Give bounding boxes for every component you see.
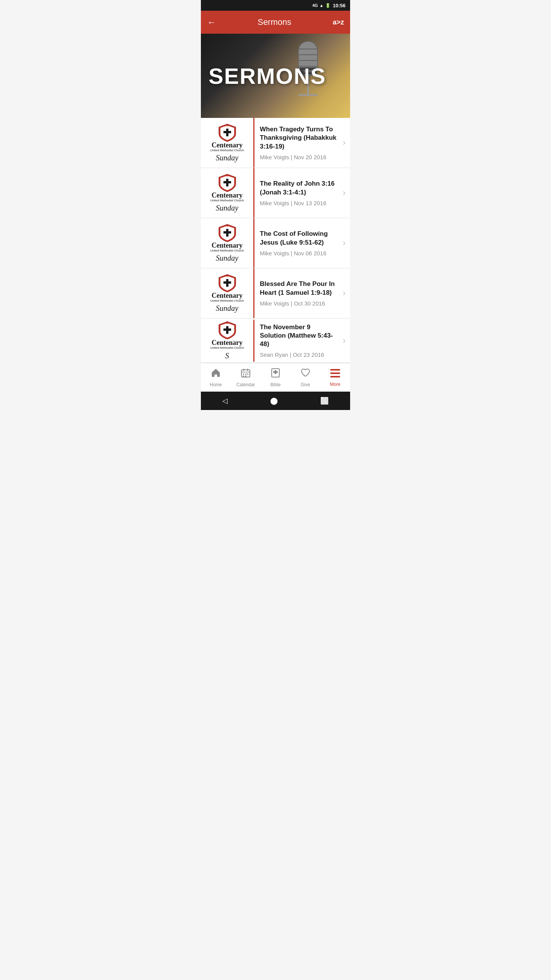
svg-rect-13 xyxy=(223,181,231,183)
sermon-meta: Sean Ryan | Oct 23 2016 xyxy=(260,351,338,358)
svg-rect-35 xyxy=(273,371,278,373)
centenary-name: Centenary xyxy=(212,192,243,199)
sermon-info: The Cost of Following Jesus (Luke 9:51-6… xyxy=(254,225,343,261)
battery-icon: 🔋 xyxy=(325,3,331,8)
android-recents-button[interactable]: ⬜ xyxy=(320,397,329,405)
shield-logo-icon xyxy=(217,173,237,192)
svg-rect-28 xyxy=(243,374,244,375)
sermon-title: The Cost of Following Jesus (Luke 9:51-6… xyxy=(260,230,338,247)
nav-item-more[interactable]: More xyxy=(320,368,350,387)
sermon-thumbnail: Centenary United Methodist Church Sunday xyxy=(201,118,254,168)
bottom-nav: Home Calendar Bible xyxy=(201,363,350,392)
sermon-item[interactable]: Centenary United Methodist Church Sunday… xyxy=(201,268,350,318)
signal-icons: 4G ▲ 🔋 xyxy=(312,3,331,8)
bible-label: Bible xyxy=(271,382,281,387)
chevron-right-icon: › xyxy=(343,288,350,298)
centenary-logo: Centenary United Methodist Church Sunday xyxy=(204,123,250,163)
svg-rect-29 xyxy=(245,374,246,375)
svg-rect-22 xyxy=(223,328,231,331)
sermon-item[interactable]: Centenary United Methodist Church S The … xyxy=(201,318,350,363)
centenary-sunday: Sunday xyxy=(216,304,238,313)
back-button[interactable]: ← xyxy=(207,17,216,28)
sermon-thumbnail: Centenary United Methodist Church Sunday xyxy=(201,218,254,268)
centenary-name: Centenary xyxy=(212,142,243,149)
sermon-list: Centenary United Methodist Church Sunday… xyxy=(201,118,350,363)
calendar-label: Calendar xyxy=(236,382,255,387)
status-bar: 4G ▲ 🔋 10:56 xyxy=(201,0,350,11)
centenary-sunday: Sunday xyxy=(216,154,238,162)
shield-logo-icon xyxy=(217,274,237,292)
sermon-info: When Tragedy Turns To Thanksgiving (Haba… xyxy=(254,121,343,165)
centenary-name: Centenary xyxy=(212,292,243,299)
centenary-sub: United Methodist Church xyxy=(210,199,244,203)
more-label: More xyxy=(330,382,340,387)
centenary-sunday: Sunday xyxy=(216,254,238,263)
centenary-logo: Centenary United Methodist Church Sunday xyxy=(204,173,250,213)
centenary-logo: Centenary United Methodist Church Sunday xyxy=(204,274,250,313)
hero-title: SERMONS xyxy=(201,63,326,89)
nav-item-bible[interactable]: Bible xyxy=(261,368,290,387)
sermon-thumbnail: Centenary United Methodist Church Sunday xyxy=(201,168,254,218)
sermon-item[interactable]: Centenary United Methodist Church Sunday… xyxy=(201,218,350,268)
sermon-meta: Mike Voigts | Nov 06 2016 xyxy=(260,250,338,256)
sermon-title: The November 9 Solution (Matthew 5:43-48… xyxy=(260,323,338,348)
centenary-name: Centenary xyxy=(212,242,243,249)
svg-rect-19 xyxy=(223,281,231,284)
svg-rect-32 xyxy=(245,376,246,377)
sermon-thumbnail: Centenary United Methodist Church Sunday xyxy=(201,268,254,318)
svg-rect-16 xyxy=(223,231,231,234)
home-label: Home xyxy=(210,382,222,387)
nav-bar: ← Sermons a>z xyxy=(201,11,350,34)
sermon-title: Blessed Are The Pour In Heart (1 Samuel … xyxy=(260,280,338,297)
svg-rect-31 xyxy=(243,376,244,377)
sermon-thumbnail: Centenary United Methodist Church S xyxy=(201,320,254,362)
centenary-logo: Centenary United Methodist Church S xyxy=(204,321,250,360)
sermon-info: The November 9 Solution (Matthew 5:43-48… xyxy=(254,318,343,363)
signal-strength-icon: ▲ xyxy=(320,3,324,8)
chevron-right-icon: › xyxy=(343,138,350,148)
give-heart-icon xyxy=(300,368,310,381)
give-label: Give xyxy=(301,382,310,387)
az-sort-button[interactable]: a>z xyxy=(333,18,344,26)
sermon-item[interactable]: Centenary United Methodist Church Sunday… xyxy=(201,118,350,168)
nav-item-home[interactable]: Home xyxy=(201,368,231,387)
calendar-icon xyxy=(241,368,251,381)
shield-logo-icon xyxy=(217,321,237,339)
4g-icon: 4G xyxy=(312,3,318,8)
centenary-sub: United Methodist Church xyxy=(210,299,244,303)
bible-icon xyxy=(271,368,280,381)
centenary-sunday: Sunday xyxy=(216,204,238,212)
centenary-sub: United Methodist Church xyxy=(210,249,244,253)
sermon-item[interactable]: Centenary United Methodist Church Sunday… xyxy=(201,168,350,218)
sermon-meta: Mike Voigts | Nov 20 2016 xyxy=(260,154,338,160)
sermon-info: The Reality of John 3:16 (Jonah 3:1-4:1)… xyxy=(254,175,343,211)
home-icon xyxy=(211,368,221,381)
nav-item-give[interactable]: Give xyxy=(290,368,320,387)
shield-logo-icon xyxy=(217,123,237,142)
centenary-sub: United Methodist Church xyxy=(210,346,244,350)
centenary-sub: United Methodist Church xyxy=(210,149,244,152)
sermon-title: The Reality of John 3:16 (Jonah 3:1-4:1) xyxy=(260,180,338,196)
chevron-right-icon: › xyxy=(343,238,350,248)
more-menu-icon xyxy=(330,368,340,380)
sermon-meta: Mike Voigts | Oct 30 2016 xyxy=(260,300,338,307)
chevron-right-icon: › xyxy=(343,336,350,346)
clock: 10:56 xyxy=(333,3,346,8)
svg-rect-36 xyxy=(330,369,340,371)
centenary-name: Centenary xyxy=(212,339,243,346)
sermon-title: When Tragedy Turns To Thanksgiving (Haba… xyxy=(260,125,338,150)
svg-rect-37 xyxy=(330,372,340,374)
sermon-meta: Mike Voigts | Nov 13 2016 xyxy=(260,200,338,206)
android-home-button[interactable]: ⬤ xyxy=(270,397,278,405)
nav-item-calendar[interactable]: Calendar xyxy=(231,368,261,387)
page-title: Sermons xyxy=(258,17,291,27)
android-nav-bar: ◁ ⬤ ⬜ xyxy=(201,392,350,410)
shield-logo-icon xyxy=(217,224,237,242)
svg-rect-30 xyxy=(247,374,248,375)
chevron-right-icon: › xyxy=(343,188,350,198)
sermon-info: Blessed Are The Pour In Heart (1 Samuel … xyxy=(254,275,343,311)
android-back-button[interactable]: ◁ xyxy=(222,397,228,405)
hero-banner: SM58 SERMONS xyxy=(201,34,350,118)
svg-rect-10 xyxy=(223,131,231,133)
centenary-logo: Centenary United Methodist Church Sunday xyxy=(204,224,250,263)
